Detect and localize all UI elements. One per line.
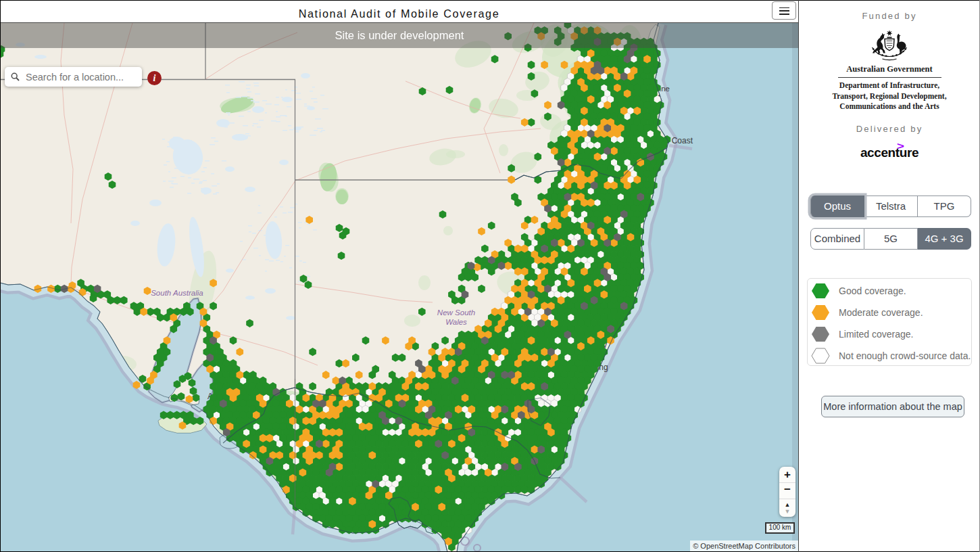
svg-text:Wales: Wales	[445, 318, 467, 326]
svg-text:Site is under development: Site is under development	[335, 29, 464, 41]
svg-text:New South: New South	[437, 308, 475, 317]
svg-text:South Australia: South Australia	[151, 289, 203, 297]
